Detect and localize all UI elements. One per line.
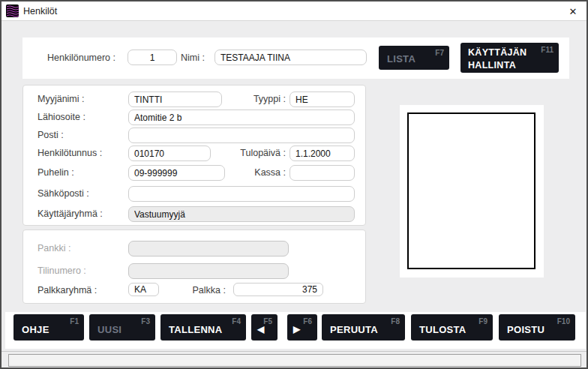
street-address-label: Lähiosoite : bbox=[38, 112, 86, 122]
bank-input bbox=[128, 241, 289, 256]
salary-label: Palkka : bbox=[166, 285, 226, 296]
status-bar bbox=[8, 354, 581, 367]
postal-label: Posti : bbox=[38, 130, 64, 140]
close-icon[interactable]: ✕ bbox=[566, 4, 580, 18]
person-number-label: Henkilönumero : bbox=[47, 52, 116, 63]
start-date-input[interactable] bbox=[290, 146, 355, 161]
account-number-label: Tilinumero : bbox=[38, 266, 86, 276]
name-input[interactable] bbox=[214, 50, 367, 65]
user-group-label: Käyttäjäryhmä : bbox=[38, 208, 103, 219]
bank-label: Pankki : bbox=[38, 243, 70, 254]
phone-label: Puhelin : bbox=[38, 167, 74, 178]
henkilot-window: Henkilöt ✕ Henkilönumero : Nimi : LISTA … bbox=[0, 0, 588, 369]
photo-placeholder bbox=[407, 112, 536, 269]
salary-input[interactable] bbox=[233, 283, 323, 296]
pay-group-label: Palkkaryhmä : bbox=[38, 285, 97, 296]
next-record-button[interactable]: ▶ F6 bbox=[287, 314, 317, 340]
type-input[interactable] bbox=[290, 92, 355, 107]
cancel-button[interactable]: PERUUTA F8 bbox=[322, 314, 405, 340]
person-number-input[interactable] bbox=[128, 50, 177, 65]
new-button[interactable]: UUSI F3 bbox=[89, 314, 155, 340]
status-divider bbox=[2, 351, 586, 352]
user-admin-line1: KÄYTTÄJÄN bbox=[468, 47, 526, 58]
header-panel: Henkilönumero : Nimi : LISTA F7 KÄYTTÄJÄ… bbox=[22, 38, 569, 79]
save-button[interactable]: TALLENNA F4 bbox=[160, 314, 246, 340]
lista-button[interactable]: LISTA F7 bbox=[379, 46, 449, 70]
account-number-input bbox=[128, 263, 289, 279]
user-admin-button[interactable]: KÄYTTÄJÄNHALLINTA F11 bbox=[460, 43, 559, 73]
right-arrow-icon: ▶ bbox=[293, 324, 301, 334]
pay-group-input[interactable] bbox=[128, 283, 159, 296]
personal-id-input[interactable] bbox=[128, 146, 211, 161]
lista-fkey: F7 bbox=[435, 49, 444, 57]
payroll-group: Pankki : Tilinumero : Palkkaryhmä : Palk… bbox=[22, 230, 366, 304]
email-input[interactable] bbox=[128, 186, 355, 202]
personal-id-label: Henkilötunnus : bbox=[38, 148, 102, 158]
help-button[interactable]: OHJE F1 bbox=[14, 314, 84, 340]
user-group-input bbox=[128, 206, 355, 222]
title-bar: Henkilöt ✕ bbox=[2, 2, 586, 21]
cash-register-label: Kassa : bbox=[211, 167, 286, 178]
left-arrow-icon: ◀ bbox=[257, 324, 265, 334]
type-label: Tyyppi : bbox=[211, 94, 286, 104]
street-address-input[interactable] bbox=[128, 110, 355, 125]
app-logo-icon bbox=[6, 4, 19, 17]
photo-panel bbox=[400, 105, 544, 278]
cash-register-input[interactable] bbox=[290, 165, 355, 181]
user-admin-fkey: F11 bbox=[541, 46, 554, 54]
user-admin-line2: HALLINTA bbox=[468, 60, 516, 70]
previous-record-button[interactable]: ◀ F5 bbox=[251, 314, 278, 340]
start-date-label: Tulopäivä : bbox=[211, 148, 286, 158]
seller-name-label: Myyjänimi : bbox=[38, 94, 85, 104]
seller-name-input[interactable] bbox=[128, 92, 222, 107]
name-label: Nimi : bbox=[181, 52, 205, 63]
exit-button[interactable]: POISTU F10 bbox=[499, 314, 575, 340]
person-details-group: Myyjänimi : Tyyppi : Lähiosoite : Posti … bbox=[22, 85, 366, 226]
email-label: Sähköposti : bbox=[38, 188, 89, 199]
window-title: Henkilöt bbox=[23, 6, 57, 16]
print-button[interactable]: TULOSTA F9 bbox=[411, 314, 493, 340]
postal-input[interactable] bbox=[128, 128, 355, 143]
